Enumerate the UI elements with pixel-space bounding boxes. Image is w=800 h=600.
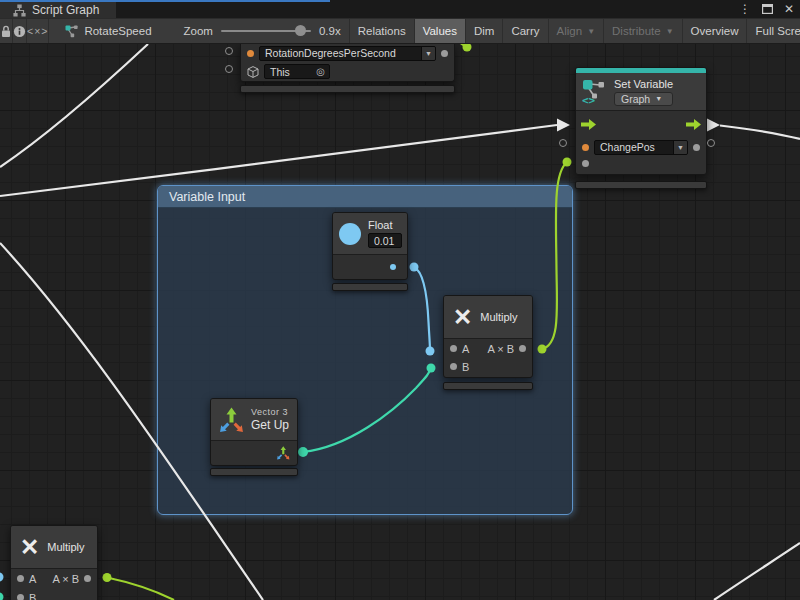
node-get-variable[interactable]: RotationDegreesPerSecond ▼ This ◎	[240, 44, 455, 82]
multiply-out-port[interactable]	[519, 345, 526, 352]
carry-button[interactable]: Carry	[503, 19, 548, 43]
zoom-control: Zoom 0.9x	[162, 19, 350, 43]
variable-scope-dropdown[interactable]: Graph ▼	[614, 92, 673, 106]
node-title: Set Variable	[614, 78, 673, 90]
window-tab-bar: Script Graph ⋮ ✕	[0, 0, 800, 18]
node-vector3-footer	[210, 468, 298, 476]
variable-kind-port[interactable]	[582, 144, 589, 151]
float-value-field[interactable]: 0.01	[368, 233, 402, 248]
multiply-b-port[interactable]	[17, 594, 24, 600]
zoom-label: Zoom	[184, 25, 213, 37]
chevron-down-icon: ▼	[587, 27, 595, 36]
multiply-b-port[interactable]	[450, 363, 457, 370]
unconnected-port[interactable]	[225, 47, 233, 55]
node-multiply-center-footer	[443, 382, 533, 390]
vector3-output-port[interactable]	[276, 446, 290, 460]
lock-button[interactable]	[0, 19, 13, 43]
node-title: Multiply	[480, 311, 517, 323]
tab-title: Script Graph	[32, 3, 99, 17]
node-vector3-get-up[interactable]: Vector 3 Get Up	[210, 398, 298, 466]
window-maximize-icon[interactable]	[762, 4, 773, 14]
relations-button[interactable]: Relations	[350, 19, 415, 43]
multiply-icon: ✕	[20, 536, 39, 559]
group-title: Variable Input	[169, 190, 245, 204]
full-screen-button[interactable]: Full Screen	[747, 19, 800, 43]
node-multiply-bottom[interactable]: ✕ Multiply A A × B B	[10, 525, 98, 600]
code-icon: <×>	[27, 25, 48, 37]
target-object-field[interactable]: This ◎	[264, 64, 330, 79]
script-graph-icon	[13, 4, 26, 17]
vector3-arrows-icon	[218, 407, 244, 433]
node-get-variable-footer	[240, 85, 455, 93]
code-preview-button[interactable]: <×>	[27, 19, 49, 43]
chevron-down-icon: ▼	[421, 47, 435, 60]
zoom-value: 0.9x	[319, 25, 341, 37]
control-input-port[interactable]	[581, 119, 596, 130]
graph-name: RotateSpeed	[84, 25, 151, 37]
script-graph-window: Variable Input RotationDegreesPerSe	[0, 0, 800, 600]
dim-button[interactable]: Dim	[466, 19, 503, 43]
unconnected-port[interactable]	[707, 139, 715, 147]
node-float[interactable]: Float 0.01	[332, 212, 408, 280]
gameobject-cube-icon	[247, 66, 259, 78]
unconnected-port[interactable]	[225, 65, 233, 73]
set-variable-name-dropdown[interactable]: ChangePos ▼	[594, 140, 688, 155]
info-button[interactable]	[13, 19, 27, 43]
overview-button[interactable]: Overview	[683, 19, 748, 43]
zoom-slider[interactable]	[221, 30, 311, 32]
node-type-label: Vector 3	[251, 407, 289, 417]
node-set-variable[interactable]: <> Set Variable Graph ▼ ChangePos	[575, 67, 707, 175]
chevron-down-icon: ▼	[655, 95, 662, 102]
float-circle-icon	[339, 223, 361, 245]
zoom-slider-handle[interactable]	[295, 25, 306, 36]
node-float-footer	[332, 283, 408, 291]
node-title: Get Up	[251, 418, 289, 432]
distribute-button[interactable]: Distribute▼	[604, 19, 683, 43]
group-header[interactable]: Variable Input	[158, 186, 572, 208]
align-button[interactable]: Align▼	[549, 19, 605, 43]
window-menu-icon[interactable]: ⋮	[739, 2, 751, 16]
multiply-a-port[interactable]	[450, 345, 457, 352]
multiply-out-port[interactable]	[84, 575, 91, 582]
svg-text:<>: <>	[582, 94, 596, 105]
window-close-icon[interactable]: ✕	[784, 2, 794, 16]
variable-kind-port[interactable]	[247, 50, 254, 57]
multiply-a-port[interactable]	[17, 575, 24, 582]
info-icon	[13, 25, 26, 38]
graph-breadcrumb[interactable]: RotateSpeed	[49, 19, 161, 43]
multiply-icon: ✕	[453, 306, 472, 329]
value-input-port[interactable]	[582, 160, 589, 167]
float-output-port[interactable]	[390, 264, 396, 270]
control-output-port[interactable]	[686, 119, 701, 130]
node-set-variable-footer	[575, 181, 707, 189]
tab-script-graph[interactable]: Script Graph	[0, 2, 116, 18]
graph-toolbar: <×> RotateSpeed Zoom 0.9x Relations Val	[0, 18, 800, 44]
set-variable-icon: <>	[582, 79, 608, 105]
object-picker-icon[interactable]: ◎	[316, 66, 329, 77]
node-title: Float	[368, 219, 392, 231]
chevron-down-icon: ▼	[673, 141, 687, 154]
node-title: Multiply	[47, 541, 84, 553]
value-output-port[interactable]	[693, 144, 700, 151]
variable-name-dropdown[interactable]: RotationDegreesPerSecond ▼	[259, 46, 436, 61]
values-button[interactable]: Values	[415, 19, 466, 43]
graph-asset-icon	[65, 25, 78, 38]
lock-icon	[0, 25, 12, 38]
variable-output-port[interactable]	[441, 50, 448, 57]
chevron-down-icon: ▼	[666, 27, 674, 36]
unconnected-port[interactable]	[559, 139, 567, 147]
node-multiply-center[interactable]: ✕ Multiply A A × B B	[443, 295, 533, 378]
